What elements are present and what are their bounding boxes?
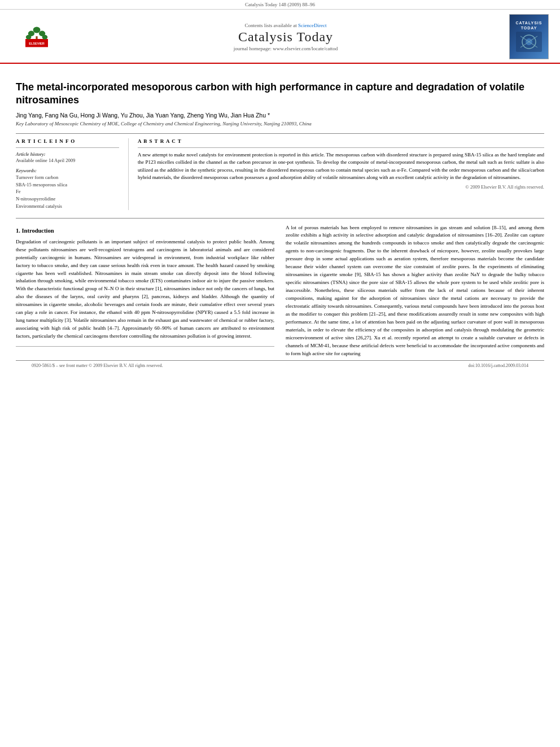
footnotes xyxy=(16,346,274,350)
journal-banner: ELSEVIER Contents lists available at Sci… xyxy=(0,10,560,64)
history-label: Article history: xyxy=(16,151,119,157)
keyword-3: Fe xyxy=(16,188,119,195)
keyword-5: Environmental catalysis xyxy=(16,203,119,210)
cover-title-line2: TODAY xyxy=(516,25,542,30)
svg-point-5 xyxy=(26,35,32,40)
article-authors: Jing Yang, Fang Na Gu, Hong Ji Wang, Yu … xyxy=(16,112,544,119)
keyword-1: Turnover form carbon xyxy=(16,174,119,181)
keyword-4: N-nitrosopyrrolidine xyxy=(16,195,119,203)
section1-heading: 1. Introduction xyxy=(16,226,274,235)
journal-title: Catalysis Today xyxy=(62,29,509,45)
keywords-label: Keywords: xyxy=(16,168,119,173)
journal-homepage: journal homepage: www.elsevier.com/locat… xyxy=(62,46,509,51)
article-affiliation: Key Laboratory of Mesoscopic Chemistry o… xyxy=(16,121,544,126)
journal-meta-top: Catalysis Today 148 (2009) 88–96 xyxy=(0,0,560,10)
footer-bar: 0920-5861/$ – see front matter © 2009 El… xyxy=(16,360,544,370)
article-info-abstract-section: A R T I C L E I N F O Article history: A… xyxy=(16,133,544,210)
contents-line: Contents lists available at ScienceDirec… xyxy=(62,23,509,28)
main-content-section: 1. Introduction Degradation of carcinoge… xyxy=(16,218,544,361)
article-info-column: A R T I C L E I N F O Article history: A… xyxy=(16,138,129,210)
article-body: The metal-incorporated mesoporous carbon… xyxy=(0,64,560,382)
footer-doi: doi:10.1016/j.cattod.2009.03.014 xyxy=(469,363,528,368)
catalysis-cover-image: CATALYSIS TODAY xyxy=(509,14,549,59)
svg-point-6 xyxy=(42,35,48,40)
cover-title-line1: CATALYSIS xyxy=(516,20,542,25)
page-wrapper: Catalysis Today 148 (2009) 88–96 ELSEVIE… xyxy=(0,0,560,382)
abstract-column: A B S T R A C T A new attempt to make no… xyxy=(129,138,544,210)
sciencedirect-link[interactable]: ScienceDirect xyxy=(298,23,326,28)
journal-citation: Catalysis Today 148 (2009) 88–96 xyxy=(245,2,315,7)
section1-col1-text: Degradation of carcinogenic pollutants i… xyxy=(16,238,274,340)
elsevier-tree-icon: ELSEVIER xyxy=(20,25,54,48)
journal-title-center: Contents lists available at ScienceDirec… xyxy=(62,23,509,51)
keyword-2: SBA-15 mesoporous silica xyxy=(16,181,119,189)
abstract-heading: A B S T R A C T xyxy=(138,138,544,144)
article-info-heading: A R T I C L E I N F O xyxy=(16,138,119,144)
keywords-list: Turnover form carbon SBA-15 mesoporous s… xyxy=(16,174,119,210)
elsevier-logo: ELSEVIER xyxy=(11,25,62,48)
available-online: Available online 14 April 2009 xyxy=(16,158,119,163)
article-title: The metal-incorporated mesoporous carbon… xyxy=(16,81,544,107)
main-col-left: 1. Introduction Degradation of carcinoge… xyxy=(16,224,274,361)
cover-graphic-icon xyxy=(515,30,543,53)
abstract-text: A new attempt to make novel catalysts fo… xyxy=(138,151,544,182)
svg-rect-7 xyxy=(36,36,37,39)
svg-text:ELSEVIER: ELSEVIER xyxy=(29,42,45,45)
section1-col2-text: A lot of porous materials has been emplo… xyxy=(286,224,544,358)
footer-issn: 0920-5861/$ – see front matter © 2009 El… xyxy=(32,363,163,368)
svg-point-2 xyxy=(33,27,41,33)
main-col-right: A lot of porous materials has been emplo… xyxy=(286,224,544,361)
abstract-copyright: © 2009 Elsevier B.V. All rights reserved… xyxy=(138,184,544,190)
